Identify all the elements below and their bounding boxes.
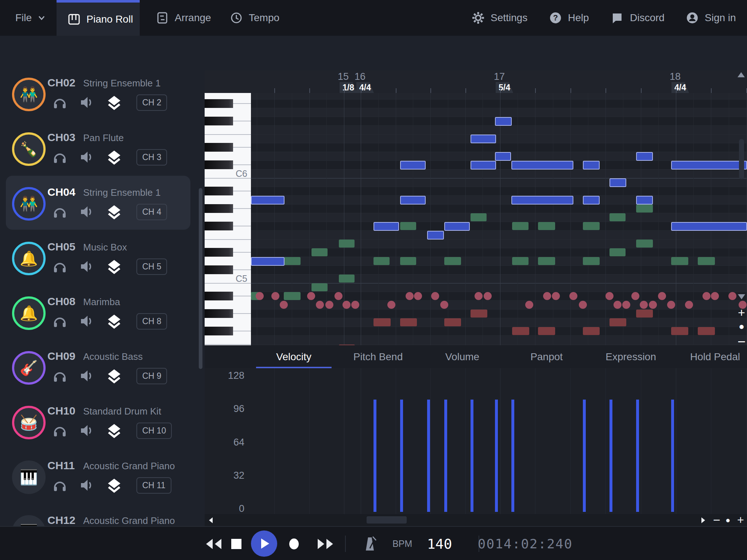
- midi-note-red[interactable]: [538, 327, 555, 335]
- play-button[interactable]: [251, 530, 277, 557]
- track-avatar[interactable]: 🥁: [12, 406, 46, 439]
- midi-note-selected[interactable]: [671, 161, 747, 170]
- rewind-button[interactable]: [203, 527, 225, 560]
- midi-note-green[interactable]: [444, 257, 461, 265]
- scroll-up-icon[interactable]: [737, 71, 746, 78]
- drum-hit[interactable]: [614, 301, 622, 309]
- midi-note-selected[interactable]: [251, 196, 285, 205]
- midi-note-green[interactable]: [311, 283, 328, 291]
- tab-arrange[interactable]: Arrange: [156, 0, 211, 36]
- drum-hit[interactable]: [631, 292, 639, 300]
- layers-icon[interactable]: [107, 149, 122, 165]
- drum-hit[interactable]: [728, 292, 736, 300]
- zoom-in-horizontal-button[interactable]: +: [737, 514, 744, 526]
- mute-speaker-icon[interactable]: [80, 314, 94, 328]
- midi-note-selected[interactable]: [495, 117, 512, 126]
- discord-button[interactable]: Discord: [611, 0, 665, 36]
- black-key[interactable]: [205, 117, 233, 125]
- solo-headphones-icon[interactable]: [53, 95, 67, 110]
- midi-note-green[interactable]: [284, 292, 301, 300]
- metronome-button[interactable]: [361, 527, 379, 560]
- midi-note-green[interactable]: [471, 213, 487, 221]
- scroll-left-icon[interactable]: [208, 517, 213, 524]
- velocity-bar[interactable]: [427, 400, 430, 512]
- midi-note-green[interactable]: [671, 257, 688, 265]
- controller-tab-expression[interactable]: Expression: [589, 345, 673, 368]
- track-row-ch11[interactable]: 🎹CH11Acoustic Grand PianoCH 11: [0, 454, 205, 509]
- zoom-reset-horizontal-button[interactable]: ●: [725, 514, 730, 526]
- midi-note-red[interactable]: [583, 327, 600, 335]
- controller-tab-volume[interactable]: Volume: [420, 345, 504, 368]
- drum-hit[interactable]: [622, 301, 630, 309]
- tab-piano-roll[interactable]: Piano Roll: [57, 0, 140, 36]
- mute-speaker-icon[interactable]: [80, 369, 94, 383]
- solo-headphones-icon[interactable]: [53, 423, 67, 438]
- midi-note-selected[interactable]: [511, 196, 573, 205]
- drum-hit[interactable]: [579, 301, 587, 309]
- piano-keyboard[interactable]: C6C5: [205, 93, 251, 345]
- drum-hit[interactable]: [280, 301, 288, 309]
- midi-note-green[interactable]: [609, 248, 626, 256]
- midi-note-selected[interactable]: [400, 196, 426, 205]
- drum-hit[interactable]: [525, 301, 533, 309]
- mute-speaker-icon[interactable]: [80, 150, 94, 164]
- track-row-ch10[interactable]: 🥁CH10Standard Drum KitCH 10: [0, 400, 205, 454]
- vertical-scrollbar[interactable]: [739, 139, 744, 179]
- controller-tab-hold-pedal[interactable]: Hold Pedal: [673, 345, 747, 368]
- drum-hit[interactable]: [569, 292, 577, 300]
- drum-hit[interactable]: [475, 292, 483, 300]
- black-key[interactable]: [205, 160, 233, 169]
- midi-note-green[interactable]: [512, 222, 529, 230]
- layers-icon[interactable]: [107, 368, 122, 384]
- track-row-ch12[interactable]: 🎹CH12Acoustic Grand PianoCH 12: [0, 509, 205, 526]
- black-key[interactable]: [205, 265, 233, 274]
- midi-note-selected[interactable]: [427, 231, 444, 240]
- drum-hit[interactable]: [649, 301, 657, 309]
- midi-note-red[interactable]: [636, 310, 653, 318]
- drum-hit[interactable]: [406, 292, 414, 300]
- controller-tab-pitch-bend[interactable]: Pitch Bend: [336, 345, 420, 368]
- piano-roll-grid[interactable]: [251, 93, 747, 345]
- midi-note-selected[interactable]: [636, 152, 653, 161]
- black-key[interactable]: [205, 327, 233, 335]
- scroll-down-icon[interactable]: [737, 293, 746, 300]
- file-menu[interactable]: File: [15, 0, 46, 36]
- velocity-bar[interactable]: [511, 400, 514, 512]
- midi-note-red[interactable]: [609, 318, 626, 326]
- midi-note-selected[interactable]: [583, 161, 600, 170]
- solo-headphones-icon[interactable]: [53, 259, 67, 274]
- tab-tempo[interactable]: Tempo: [230, 0, 279, 36]
- settings-button[interactable]: Settings: [472, 0, 527, 36]
- layers-icon[interactable]: [107, 204, 122, 219]
- controller-tab-velocity[interactable]: Velocity: [252, 345, 336, 368]
- midi-note-green[interactable]: [636, 240, 653, 248]
- drum-hit[interactable]: [325, 301, 333, 309]
- forward-button[interactable]: [314, 527, 336, 560]
- mute-speaker-icon[interactable]: [80, 259, 94, 274]
- solo-headphones-icon[interactable]: [53, 478, 67, 493]
- sidebar-scrollbar[interactable]: [199, 188, 202, 369]
- zoom-in-vertical-button[interactable]: +: [736, 306, 747, 320]
- drum-hit[interactable]: [414, 292, 422, 300]
- layers-icon[interactable]: [107, 423, 122, 438]
- track-row-ch08[interactable]: 🔔CH08MarimbaCH 8: [0, 290, 205, 345]
- track-avatar[interactable]: 🔔: [12, 296, 46, 330]
- track-avatar[interactable]: 🔔: [12, 242, 46, 275]
- drum-hit[interactable]: [271, 292, 279, 300]
- midi-note-selected[interactable]: [251, 257, 285, 266]
- layers-icon[interactable]: [107, 259, 122, 274]
- drum-hit[interactable]: [658, 292, 666, 300]
- record-button[interactable]: [286, 527, 302, 560]
- drum-hit[interactable]: [667, 301, 675, 309]
- layers-icon[interactable]: [107, 314, 122, 329]
- black-key[interactable]: [205, 292, 233, 300]
- midi-note-selected[interactable]: [511, 161, 573, 170]
- black-key[interactable]: [205, 187, 233, 195]
- bpm-field[interactable]: 140: [423, 527, 456, 560]
- midi-note-selected[interactable]: [471, 161, 496, 170]
- drum-hit[interactable]: [711, 292, 719, 300]
- velocity-bar[interactable]: [444, 400, 447, 512]
- mute-speaker-icon[interactable]: [80, 478, 94, 493]
- layers-icon[interactable]: [107, 95, 122, 110]
- midi-note-selected[interactable]: [495, 152, 511, 161]
